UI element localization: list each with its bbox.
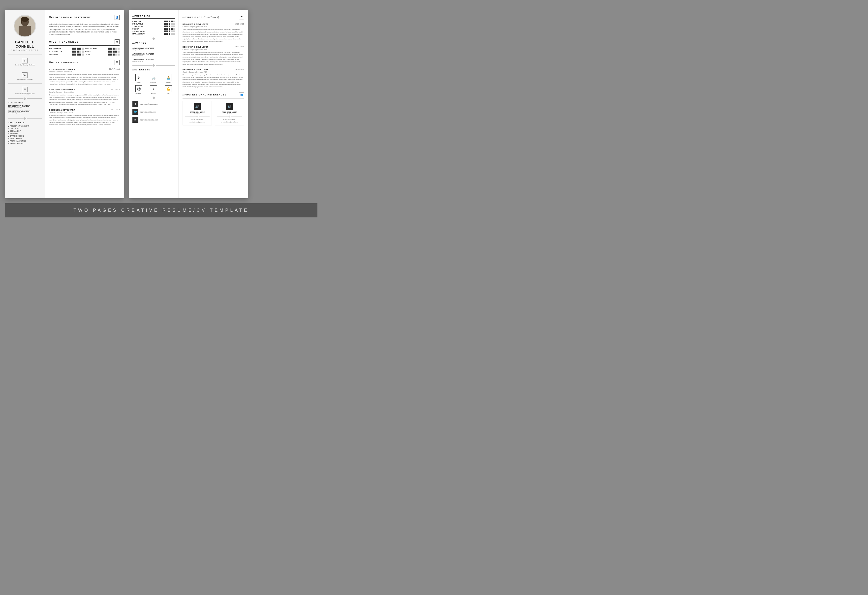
ref-name-1: REFERRAL NAME: [185, 111, 210, 113]
skill-javascript: JAVA SCRIPT: [85, 48, 120, 50]
rating-dots: [164, 23, 175, 25]
contact-phone: 📞 +060-0(975)-7575-6997: [17, 72, 33, 80]
rating-socialmedia: SOCIAL MEDIA: [133, 31, 175, 32]
diamond-divider-3: [133, 38, 175, 40]
dot-filled: [74, 53, 77, 56]
dot-filled: [108, 50, 109, 53]
pro-skill-item: GRAPHIC DESIGN: [8, 135, 42, 137]
ref-card-1: 🔊 REFERRAL NAME Position t. +097 5(578) …: [183, 101, 212, 126]
cont-job-company-1: Creative Company | America USA.: [183, 26, 244, 28]
main-column-page1: //PROFESSIONAL STATEMENT 👤 suffered alte…: [45, 10, 124, 198]
avatar: [14, 15, 36, 37]
phone-icon: 📞: [22, 72, 28, 78]
rdot-empty: [171, 33, 173, 35]
interests-header: //INTERESTS: [133, 68, 175, 72]
rating-teamwork: TEAM WORK: [133, 25, 175, 27]
cont-job-header-3: DESIGNER & DEVELOPER 2017 - 2018: [183, 68, 244, 71]
job-company-2: Creative Company | America USA.: [49, 91, 120, 93]
dot-empty: [118, 53, 120, 56]
contact-address: ⌂ Street, City, Country, Zip Code: [15, 58, 35, 66]
award-company-1: Company Name: [133, 49, 175, 50]
resume-pages: DANIELLE CONNELL FREELANCER WRITER ⌂ Str…: [5, 10, 317, 198]
job-desc-1: There are many variations passage lorem …: [49, 74, 120, 85]
dot-filled: [72, 48, 74, 50]
job-header-2: DESIGNER & DEVELOPER 2017 - 2018: [49, 88, 120, 91]
twitter-handle: username/twitter.com: [140, 111, 156, 113]
dot-empty: [115, 48, 117, 50]
skill-illustrator: ILLUSTRATOR: [49, 50, 84, 53]
skill-photoshop: PHOTOSHOP: [49, 48, 84, 50]
pro-skill-item: PROPOSAL WRITING: [8, 140, 42, 142]
interest-label: GYM: [167, 93, 170, 94]
job-company-3: Creative Company | America USA.: [49, 112, 120, 113]
pro-skill-item: TEAM WORK: [8, 127, 42, 130]
ref-icon-header: 👥: [239, 92, 244, 97]
cont-job-company-3: Creative Company | America USA.: [183, 71, 244, 73]
dot-filled: [112, 48, 115, 50]
rating-label: INNOVATIVE: [133, 23, 150, 25]
rdot: [164, 25, 166, 27]
facebook-icon: f: [133, 101, 139, 107]
rdot-empty: [173, 31, 175, 32]
dot-filled: [79, 53, 81, 56]
dot-filled: [108, 48, 109, 50]
pro-skill-item: NETWORK: [8, 133, 42, 135]
interest-label: CYCLING: [150, 82, 157, 83]
rating-dots: [164, 28, 175, 30]
rdot-empty: [171, 31, 173, 32]
awards-header: //AWARDS: [133, 42, 175, 46]
dot-filled: [77, 48, 79, 50]
award-title-2: AWARD NAME - MAY/2017: [133, 53, 175, 55]
rating-label: DESIGN: [133, 28, 150, 30]
interests-title: //INTERESTS: [133, 68, 150, 71]
dot-filled: [112, 53, 115, 56]
job-item-1: DESIGNER & DEVELOPER 2017 - Present Crea…: [49, 68, 120, 85]
award-1: AWARD NAME - MAY/2017 Company Name: [133, 47, 175, 50]
dot-empty: [118, 50, 120, 53]
awards-title: //AWARDS: [133, 42, 146, 44]
ref-position-2: Position: [217, 113, 242, 115]
skill-rating: [72, 50, 84, 53]
cont-job-date-1: 2017 - 2018: [235, 23, 244, 25]
ref-name-2: REFERRAL NAME: [217, 111, 242, 113]
job-desc-3: There are many variations passage lorem …: [49, 114, 120, 126]
professional-statement-header: //PROFESSIONAL STATEMENT 👤: [49, 15, 120, 21]
dot-filled: [108, 53, 109, 56]
professional-statement-text: suffered alteration in some form outest …: [49, 23, 120, 36]
diamond-divider-5: [133, 97, 175, 99]
pro-skills-list: PROJECT MANAGEMENT TEAM WORK SOCIAL MEDI…: [8, 125, 42, 145]
skill-label: ILLUSTRATOR: [49, 50, 64, 52]
continued-label: (Continued): [204, 16, 220, 19]
rdot: [164, 21, 166, 22]
gym-icon: 💪: [165, 85, 172, 92]
football-icon: ⚽: [136, 85, 142, 92]
references-title: //PROFESSIONAL REFERENCES: [183, 93, 226, 96]
pro-skill-item: PRESENTATION'S: [8, 142, 42, 145]
skill-rating: [108, 53, 120, 56]
diamond-shape-3: [152, 37, 155, 40]
rdot: [167, 21, 168, 22]
cont-job-date-3: 2017 - 2018: [235, 68, 244, 70]
cont-job-header-1: DESIGNER & DEVELOPER 2017 - 2018: [183, 23, 244, 25]
rdot: [164, 33, 166, 35]
award-company-2: Company Name: [133, 55, 175, 56]
job-title-1: DESIGNER & DEVELOPER: [49, 68, 75, 71]
job-company-1: Creative Company | America USA.: [49, 71, 120, 73]
award-3: AWARD NAME - MAY/2017 Company Name: [133, 59, 175, 62]
email-icon: ✉: [22, 87, 28, 92]
ref-diamond-1: [196, 115, 198, 117]
interest-label: KAYAK: [166, 82, 171, 83]
experience-cont-header: //EXPERIENCE (Continued) ☰: [183, 15, 244, 21]
candidate-name: DANIELLE CONNELL: [11, 40, 39, 49]
rdot: [171, 21, 173, 22]
cont-job-2: DESIGNER & DEVELOPER 2017 - 2018 Creativ…: [183, 46, 244, 66]
rdot: [169, 21, 170, 22]
cont-job-desc-2: There are many variations passage lorem …: [183, 51, 244, 66]
settings-icon: ⚙: [115, 40, 120, 44]
diamond-divider-4: [133, 65, 175, 66]
cont-job-desc-3: There are many variations passage lorem …: [183, 74, 244, 88]
list-icon: ☰: [239, 15, 244, 20]
experties-list: CREATIVE INNOVATIVE: [133, 21, 175, 35]
page2-right-column: //EXPERIENCE (Continued) ☰ DESIGNER & DE…: [179, 10, 248, 198]
rating-label: CREATIVE: [133, 21, 150, 22]
